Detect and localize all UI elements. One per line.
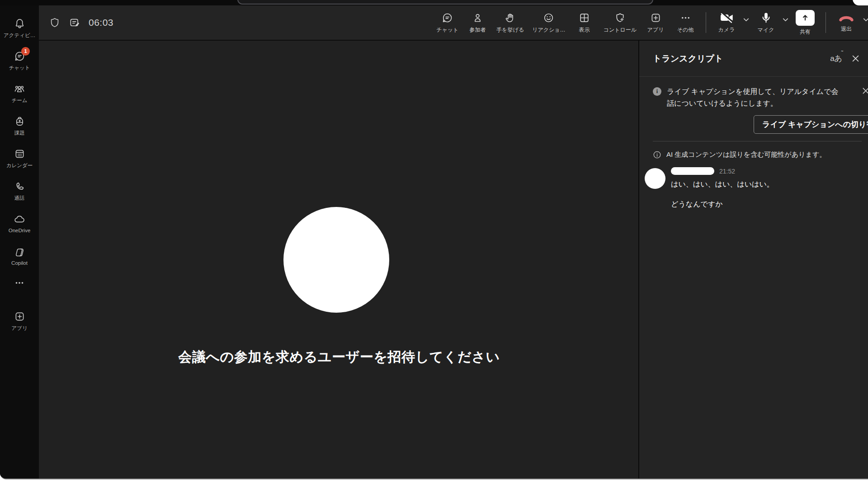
camera-off-icon xyxy=(719,11,734,24)
top-right-white-shape xyxy=(853,0,868,5)
translate-icon[interactable]: ˜aあ xyxy=(830,55,842,62)
transcript-entry: 21:52 はい、はい、はい、はいはい。 どうなんですか xyxy=(639,159,868,210)
more-button[interactable]: その他 xyxy=(670,12,700,34)
apps-button[interactable]: アプリ xyxy=(641,12,670,34)
sidebar-item-more[interactable] xyxy=(0,272,39,294)
live-captions-banner: i ライブ キャプションを使用して、リアルタイムで会話についていけるようにします… xyxy=(639,77,868,141)
copilot-icon xyxy=(13,246,26,258)
sidebar-item-label: Copilot xyxy=(11,260,28,266)
ai-disclaimer: AI 生成コンテンツは誤りを含む可能性があります。 xyxy=(639,141,868,159)
switch-to-live-captions-button[interactable]: ライブ キャプションへの切り替え xyxy=(754,115,868,134)
mic-chevron-down-icon[interactable] xyxy=(782,16,789,23)
leave-button[interactable]: 退出 xyxy=(831,12,861,33)
speaker-name-redacted xyxy=(671,167,714,175)
chat-button[interactable]: チャット xyxy=(432,12,462,34)
sidebar-item-chat[interactable]: 1 チャット xyxy=(0,44,39,77)
toolbar-button-label: チャット xyxy=(436,26,458,34)
more-dots-icon xyxy=(13,277,26,289)
smiley-icon xyxy=(542,12,555,24)
bell-icon xyxy=(13,18,26,30)
camera-button[interactable]: カメラ xyxy=(712,11,741,34)
phone-icon xyxy=(13,180,26,193)
toolbar-button-label: 表示 xyxy=(579,26,590,34)
plus-square-icon xyxy=(650,12,662,24)
toolbar-button-label: コントロール xyxy=(604,26,637,34)
chat-unread-badge: 1 xyxy=(21,47,30,56)
cloud-icon xyxy=(13,213,26,226)
sidebar-item-calls[interactable]: 通話 xyxy=(0,174,39,207)
leave-control: 退出 xyxy=(831,12,868,33)
shield-gear-icon xyxy=(614,12,626,24)
person-icon xyxy=(472,12,484,24)
transcript-text: はい、はい、はい、はいはい。 xyxy=(671,179,774,189)
meeting-timer: 06:03 xyxy=(89,17,113,28)
toolbar-button-label: カメラ xyxy=(718,26,735,34)
share-button[interactable]: 共有 xyxy=(790,10,820,36)
toolbar-left-cluster: 06:03 xyxy=(49,5,113,40)
sidebar-item-label: チーム xyxy=(11,97,27,104)
meeting-stage: 会議への参加を求めるユーザーを招待してください xyxy=(39,41,639,479)
mic-icon xyxy=(760,11,772,24)
transcript-panel: トランスクリプト ˜aあ i ライブ キャプションを使用して、リアルタイムで会話… xyxy=(638,41,868,479)
toolbar-button-label: マイク xyxy=(758,26,774,34)
people-icon xyxy=(13,83,26,95)
ellipsis-icon xyxy=(679,12,692,24)
toolbar-button-label: 共有 xyxy=(800,28,811,36)
sidebar-item-label: 通話 xyxy=(14,195,25,202)
backpack-icon xyxy=(13,115,26,128)
panel-title: トランスクリプト xyxy=(653,53,830,65)
toolbar-button-label: 退出 xyxy=(841,25,852,33)
banner-text: ライブ キャプションを使用して、リアルタイムで会話についていけるようにします。 xyxy=(667,86,844,110)
speaker-avatar xyxy=(645,168,665,189)
sidebar-item-onedrive[interactable]: OneDrive xyxy=(0,207,39,239)
camera-control: カメラ xyxy=(712,11,751,34)
sidebar-item-teams[interactable]: チーム xyxy=(0,77,39,109)
share-up-arrow-icon xyxy=(796,10,815,26)
camera-chevron-down-icon[interactable] xyxy=(742,16,750,23)
chat-bubble-icon xyxy=(441,12,453,24)
sidebar-item-calendar[interactable]: カレンダー xyxy=(0,142,39,174)
apps-icon xyxy=(13,310,26,323)
reactions-button[interactable]: リアクショ… xyxy=(528,12,569,34)
toolbar-button-label: その他 xyxy=(677,26,694,34)
toolbar-button-label: 参加者 xyxy=(469,26,486,34)
raise-hand-button[interactable]: 手を挙げる xyxy=(492,12,528,34)
view-button[interactable]: 表示 xyxy=(570,12,599,34)
teams-meeting-window: アクティビ… 1 チャット チーム xyxy=(0,0,868,479)
transcript-timestamp: 21:52 xyxy=(719,168,735,175)
meeting-notes-icon[interactable] xyxy=(69,17,80,28)
banner-close-icon[interactable] xyxy=(862,87,868,95)
hand-icon xyxy=(504,12,516,24)
sidebar-item-label: アプリ xyxy=(11,325,27,332)
meeting-toolbar: 06:03 チャット 参加者 xyxy=(39,5,868,40)
toolbar-button-label: 手を挙げる xyxy=(496,26,524,34)
app-sidebar: アクティビ… 1 チャット チーム xyxy=(0,5,39,479)
participants-button[interactable]: 参加者 xyxy=(462,12,492,34)
section-divider xyxy=(653,141,862,141)
toolbar-divider xyxy=(826,12,826,33)
leave-chevron-down-icon[interactable] xyxy=(862,16,868,23)
sidebar-item-activity[interactable]: アクティビ… xyxy=(0,12,39,44)
toolbar-right-cluster: チャット 参加者 手を挙げる xyxy=(432,5,868,40)
calendar-icon xyxy=(13,148,26,160)
sidebar-item-label: アクティビ… xyxy=(4,32,35,39)
hang-up-phone-icon xyxy=(838,12,854,23)
toolbar-divider xyxy=(706,12,706,33)
sidebar-item-assignments[interactable]: 課題 xyxy=(0,109,39,142)
transcript-text: どうなんですか xyxy=(671,199,774,209)
toolbar-button-label: リアクショ… xyxy=(532,26,565,34)
sidebar-item-label: カレンダー xyxy=(6,162,33,169)
sidebar-item-copilot[interactable]: Copilot xyxy=(0,239,39,272)
toolbar-button-label: アプリ xyxy=(647,26,664,34)
grid-icon xyxy=(578,12,590,24)
chat-icon: 1 xyxy=(13,50,26,63)
mic-button[interactable]: マイク xyxy=(751,11,781,34)
participant-avatar-placeholder xyxy=(283,207,389,313)
shield-icon[interactable] xyxy=(49,17,61,28)
sidebar-item-apps[interactable]: アプリ xyxy=(0,305,39,337)
sidebar-item-label: 課題 xyxy=(14,130,25,136)
close-icon[interactable] xyxy=(851,54,860,63)
control-button[interactable]: コントロール xyxy=(599,12,641,34)
top-strip xyxy=(0,0,868,5)
mic-control: マイク xyxy=(751,11,790,34)
